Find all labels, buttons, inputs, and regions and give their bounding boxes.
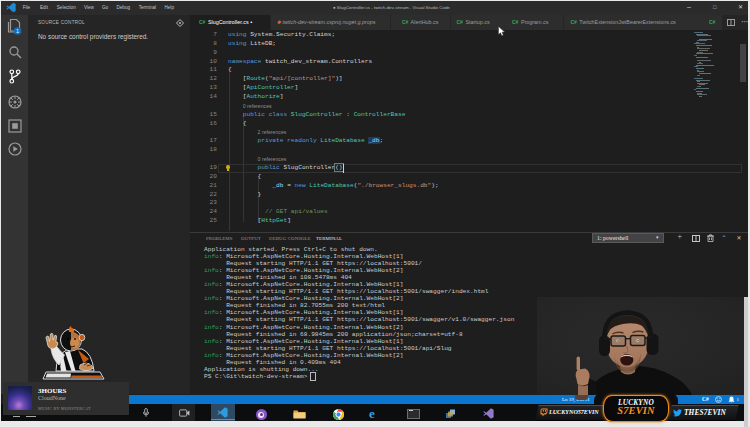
- svg-text:1: 1: [16, 28, 19, 34]
